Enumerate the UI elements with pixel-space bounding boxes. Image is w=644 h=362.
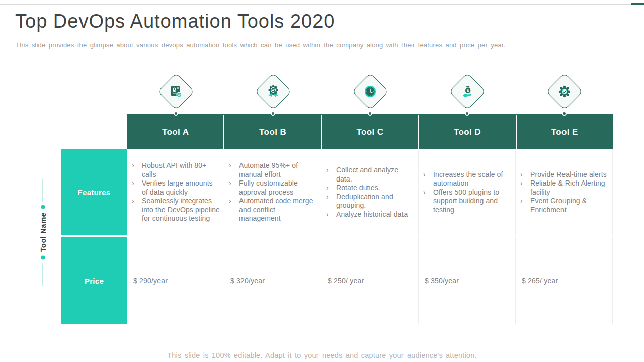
connector-dot bbox=[368, 111, 372, 116]
price-value: $ 290/year bbox=[133, 277, 168, 285]
price-value: $ 320/year bbox=[230, 277, 265, 285]
connector-dot bbox=[562, 111, 567, 116]
feature-list: Provide Real-time alertsReliable & Rich … bbox=[516, 170, 610, 215]
clock-icon bbox=[362, 83, 378, 100]
icon-diamond bbox=[255, 73, 292, 110]
price-cell: $ 320/year bbox=[224, 237, 321, 324]
icon-diamond bbox=[546, 73, 583, 110]
table-header-row: Tool ATool BTool CTool DTool E bbox=[127, 115, 613, 149]
features-cell: Increases the scale of automationOffers … bbox=[419, 149, 516, 236]
feature-list: Automate 95%+ of manual effortFully cust… bbox=[224, 161, 319, 223]
page-subtitle: This slide provides the glimpse about va… bbox=[16, 41, 505, 49]
row-label-price: Price bbox=[61, 237, 127, 324]
top-divider-accent bbox=[631, 3, 644, 5]
feature-item: Robust API with 80+ calls bbox=[131, 161, 220, 179]
feature-item: Deduplication and grouping. bbox=[326, 193, 414, 210]
tool-icon-slot bbox=[516, 73, 613, 110]
money-bag-hand-icon: $ bbox=[459, 83, 475, 100]
icon-diamond bbox=[157, 73, 195, 110]
connector-dot-slot bbox=[321, 111, 419, 118]
feature-item: Increases the scale of automation bbox=[423, 170, 511, 188]
tool-icon-slot bbox=[127, 73, 224, 110]
feature-list: Increases the scale of automationOffers … bbox=[419, 170, 513, 215]
top-divider bbox=[0, 4, 631, 5]
axis-dot bbox=[41, 205, 45, 209]
feature-item: Reliable & Rich Alerting facility bbox=[520, 179, 608, 197]
connector-dot-slot bbox=[127, 111, 224, 118]
tool-icons-row: $ bbox=[127, 73, 613, 110]
connector-dot bbox=[465, 111, 469, 116]
features-cell: Automate 95%+ of manual effortFully cust… bbox=[224, 149, 321, 236]
feature-item: Seamlessly integrates into the DevOps pi… bbox=[131, 197, 220, 223]
axis-dot bbox=[41, 256, 45, 260]
tool-header-cell: Tool D bbox=[419, 115, 516, 149]
feature-item: Automated code merge and conflict manage… bbox=[228, 197, 317, 223]
feature-item: Provide Real-time alerts bbox=[520, 170, 608, 179]
page-title: Top DevOps Automation Tools 2020 bbox=[15, 11, 335, 32]
feature-item: Fully customizable approval process bbox=[228, 179, 317, 197]
connector-dot-slot bbox=[516, 111, 613, 118]
price-cell: $ 350/year bbox=[419, 237, 516, 324]
price-cell: $ 290/year bbox=[127, 237, 224, 324]
tool-header-cell: Tool B bbox=[224, 115, 321, 149]
price-value: $ 265/ year bbox=[522, 277, 558, 285]
footer-note: This slide is 100% editable. Adapt it to… bbox=[0, 351, 644, 359]
tool-header-cell: Tool C bbox=[322, 115, 419, 149]
connector-dot bbox=[174, 111, 178, 116]
tool-name-axis-inner: Tool Name bbox=[39, 178, 47, 286]
feature-list: Collect and analyze data.Rotate duties.D… bbox=[321, 166, 416, 219]
gear-check-icon bbox=[556, 83, 573, 100]
tool-header-cell: Tool A bbox=[127, 115, 224, 149]
feature-item: Analyze historical data bbox=[326, 210, 414, 219]
tool-header-cell: Tool E bbox=[517, 115, 613, 149]
features-cell: Collect and analyze data.Rotate duties.D… bbox=[321, 149, 419, 236]
tool-icon-slot bbox=[224, 73, 321, 110]
feature-item: Collect and analyze data. bbox=[326, 166, 414, 184]
feature-item: Automate 95%+ of manual effort bbox=[228, 161, 317, 179]
icon-diamond: $ bbox=[449, 73, 486, 110]
features-cell: Robust API with 80+ callsVerifies large … bbox=[127, 149, 224, 236]
award-ribbon-icon bbox=[265, 83, 281, 100]
price-cell: $ 265/ year bbox=[516, 237, 613, 324]
feature-item: Rotate duties. bbox=[326, 184, 414, 193]
features-cell: Provide Real-time alertsReliable & Rich … bbox=[516, 149, 613, 236]
axis-line bbox=[43, 263, 43, 286]
feature-item: Event Grouping & Enrichment bbox=[520, 197, 608, 214]
icon-diamond bbox=[352, 73, 389, 110]
price-cell: $ 250/ year bbox=[321, 237, 419, 324]
row-label-features: Features bbox=[61, 149, 127, 235]
feature-item: Verifies large amounts of data quickly bbox=[131, 179, 220, 197]
resume-check-icon bbox=[168, 83, 184, 100]
feature-list: Robust API with 80+ callsVerifies large … bbox=[127, 161, 222, 223]
price-value: $ 250/ year bbox=[328, 277, 364, 285]
connector-dot bbox=[271, 111, 275, 116]
tool-icon-slot: $ bbox=[419, 73, 516, 110]
feature-item: Offers 500 plugins to support building a… bbox=[423, 188, 511, 215]
axis-line bbox=[43, 178, 43, 201]
connector-dot-slot bbox=[224, 111, 321, 118]
price-row: $ 290/year $ 320/year $ 250/ year $ 350/… bbox=[127, 237, 613, 324]
tool-icon-slot bbox=[321, 73, 419, 110]
connector-dots-row bbox=[127, 111, 613, 118]
price-value: $ 350/year bbox=[425, 277, 459, 285]
price-label: Price bbox=[85, 277, 104, 285]
features-label: Features bbox=[78, 188, 111, 197]
axis-label: Tool Name bbox=[39, 212, 47, 252]
svg-text:$: $ bbox=[467, 88, 469, 93]
features-row: Robust API with 80+ callsVerifies large … bbox=[127, 149, 613, 236]
connector-dot-slot bbox=[419, 111, 516, 118]
